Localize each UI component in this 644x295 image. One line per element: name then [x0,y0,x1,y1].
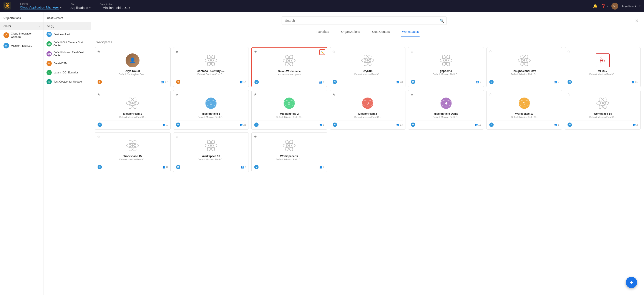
cost-item-dm[interactable]: DM Default Mission Field Cost Cente [44,49,91,59]
card-star[interactable]: ★ [254,92,257,96]
cost-item-d[interactable]: D DeleteDSM [44,59,91,68]
nav-org-value[interactable]: | MissionField LLC ▴ [100,6,130,10]
office-icon: {DEV} [596,54,610,67]
workspace-card-demo-workspace[interactable]: ★ ✏️ Demo Workspace test costcenter upda… [252,47,327,87]
card-star[interactable]: ★ [97,92,100,96]
card-sub: Default Mission Field C... [98,158,168,161]
cost-item-bu[interactable]: BU Business Unit [44,30,91,39]
notifications-button[interactable]: 🔔 [593,4,598,8]
card-footer: C 👥 17 [98,78,168,84]
card-star[interactable]: ☆ [410,50,414,54]
org-all-item[interactable]: All (2) › [0,22,43,30]
card-org-badge: M [568,122,572,127]
cost-item-dc[interactable]: DC Default Cint Canada Cost Center [44,39,91,49]
tab-cost-centers[interactable]: Cost Centers [371,28,391,37]
card-star[interactable]: ★ [176,92,178,96]
svg-text:5: 5 [523,101,525,105]
sidebar-item-missionfield[interactable]: M MissionField LLC [0,40,43,50]
avatar[interactable]: AR [612,2,618,10]
card-star[interactable]: ★ [97,50,100,54]
card-members: 👥 17 [240,80,246,84]
card-members: 👥 2 [633,124,638,126]
workspace-card-missionfield-1a[interactable]: ★ MissionField 1 Default Mission Field C… [95,90,170,130]
card-name: MissionField 2 [254,112,324,115]
cost-avatar-tc: TC [46,79,52,84]
chevron-down-icon-site[interactable]: ▾ [89,6,90,9]
cost-chevron-right-icon: › [87,24,88,28]
cost-item-l[interactable]: L Latam_DC_Ecuador [44,68,91,77]
workspace-card-insightglobal-dev[interactable]: ☆ InsightGlobal Dev Default Mission Fiel… [486,47,562,87]
cost-item-tc[interactable]: TC Test Costcenter Update [44,77,91,86]
sidebar-item-cloud-integration[interactable]: C Cloud Integration Canada [0,30,43,40]
workspace-card-ws-16[interactable]: ☆ Workspace 16 Default Mission Field C..… [173,132,249,172]
card-footer: M 👥 25 [176,120,246,127]
card-star[interactable]: ★ [410,92,414,96]
nav-service-value[interactable]: Cloud Application Manager ▾ [20,6,62,10]
members-icon: 👥 [320,166,322,168]
card-star[interactable]: ☆ [97,135,100,139]
workspace-card-missionfield-demo[interactable]: ★ 4 MissionField Demo Default Mission Fi… [408,90,484,130]
card-star[interactable]: ☆ [567,92,570,96]
card-sub: Default Centurylink Cost... [98,73,168,76]
workspace-card-ws-14[interactable]: ☆ Workspace 14 Default Mission Field C..… [565,90,640,130]
tab-favorites[interactable]: Favorites [316,28,330,37]
nav-right: 🔔 ❓▾ AR Arya Roudi ▾ [593,2,640,10]
tab-organizations[interactable]: Organizations [340,28,361,37]
logo[interactable] [4,2,16,10]
close-button[interactable]: ✕ [635,18,639,23]
add-fab-button[interactable]: + [626,277,637,288]
card-star[interactable]: ★ [176,50,178,54]
members-icon: 👥 [320,124,322,126]
card-star[interactable]: ☆ [176,135,178,139]
workspace-card-contoso[interactable]: ★ contoso - CenturyL... Default Contoso … [173,47,249,87]
card-star[interactable]: ★ [332,92,335,96]
card-sub: Default Mission Field C... [568,73,638,76]
card-members: 👥 4 [320,166,324,168]
card-star[interactable]: ☆ [489,92,492,96]
chevron-up-icon[interactable]: ▴ [129,6,130,9]
chevron-down-icon[interactable]: ▾ [60,6,62,9]
card-footer: M 👥 3 [254,120,324,127]
help-button[interactable]: ❓▾ [601,4,608,8]
card-star[interactable]: ★ [254,50,257,54]
workspace-card-dryrun[interactable]: ☆ DryRun Default Mission Field C... M 👥 … [330,47,406,87]
card-sub: Default Mission Field C... [176,158,246,161]
card-star[interactable]: ☆ [332,50,335,54]
workspace-card-arya-roudi[interactable]: ★ 👤 Arya Roudi Default Centurylink Cost.… [95,47,170,87]
card-sub: Default Contoso Cost C... [176,73,246,76]
card-footer: M 👥 0 [411,78,481,84]
sidebar: Organizations All (2) › C Cloud Integrat… [0,12,91,295]
members-count: 25 [243,124,246,126]
atom-icon [282,138,296,152]
workspace-card-ws-17[interactable]: ★ Workspace 17 Default Mission Field C..… [252,132,327,172]
workspace-card-missionfield-2[interactable]: ★ 2 MissionField 2 Default Mission Field… [252,90,327,130]
workspace-card-ws-15[interactable]: ☆ Workspace 15 Default Mission Field C..… [95,132,170,172]
card-members: 👥 11 [632,80,638,84]
workspace-card-missionfield-1b[interactable]: ★ 1 MissionField 1 Default Mission Field… [173,90,249,130]
user-chevron-icon[interactable]: ▾ [639,4,640,8]
nav-site-value[interactable]: Applications ▾ [70,6,90,10]
card-name: Workspace 16 [176,155,246,158]
card-star[interactable]: ★ [254,135,257,139]
workspace-card-ws-13[interactable]: ☆ 5 Workspace 13 Default Mission Field C… [486,90,562,130]
globe-icon-1: 1 [204,96,218,110]
svg-point-54 [132,144,134,147]
search-input[interactable] [282,16,447,25]
card-org-badge: M [411,122,415,127]
members-count: 1 [166,124,168,126]
workspace-card-gcpdemo[interactable]: ☆ gcpdemo Default Mission Field C... M 👥… [408,47,484,87]
card-org-badge: M [489,122,494,127]
card-star[interactable]: ☆ [489,50,492,54]
card-edit-button[interactable]: ✏️ [320,49,325,55]
card-members: 👥 17 [161,80,168,84]
cost-avatar-dm: DM [46,51,52,56]
card-footer: M 👥 2 [568,120,638,127]
atom-icon [517,54,531,67]
card-star[interactable]: ☆ [567,50,570,54]
card-sub: Default Mission Field C... [489,73,560,76]
cost-all-item[interactable]: All (6) › [44,22,91,30]
tab-workspaces[interactable]: Workspaces [401,28,420,37]
workspace-card-missionfield-3[interactable]: ★ 3 MissionField 3 Default Mission Field… [330,90,406,130]
workspace-card-mfdev[interactable]: ☆ {DEV} MFDEV Default Mission Field C...… [565,47,640,87]
card-sub: Default Mission Field C... [98,116,168,118]
